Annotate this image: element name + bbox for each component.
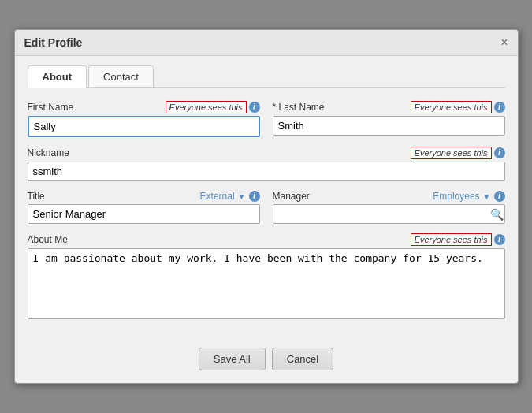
title-input[interactable]: [28, 204, 260, 224]
tabs: About Contact: [28, 65, 505, 88]
last-name-everyone-text: Everyone sees this: [411, 101, 492, 113]
manager-search-button[interactable]: 🔍: [490, 208, 504, 221]
title-group: Title External ▼ i: [28, 191, 260, 224]
last-name-info-icon[interactable]: i: [494, 102, 505, 113]
dialog-title: Edit Profile: [24, 36, 83, 49]
first-name-label: First Name: [28, 102, 74, 113]
last-name-header: * Last Name Everyone sees this i: [273, 101, 505, 113]
nickname-everyone-text: Everyone sees this: [411, 147, 492, 159]
title-header: Title External ▼ i: [28, 191, 260, 202]
last-name-label: * Last Name: [273, 102, 325, 113]
dialog-footer: Save All Cancel: [15, 341, 518, 383]
nickname-header: Nickname Everyone sees this i: [28, 147, 505, 159]
nickname-info-icon[interactable]: i: [494, 147, 505, 158]
tab-about[interactable]: About: [28, 65, 87, 88]
about-me-info-icon[interactable]: i: [494, 234, 505, 245]
manager-input[interactable]: [273, 204, 505, 224]
name-row: First Name Everyone sees this i * Last N…: [28, 101, 505, 137]
title-info-icon[interactable]: i: [249, 191, 260, 202]
manager-input-wrap: 🔍: [273, 204, 505, 224]
last-name-everyone-badge: Everyone sees this i: [411, 101, 505, 113]
nickname-input[interactable]: [28, 162, 505, 181]
manager-label: Manager: [273, 191, 310, 202]
tab-contact[interactable]: Contact: [88, 65, 154, 88]
dialog-body: About Contact First Name Everyone sees t…: [15, 56, 518, 341]
manager-dropdown-arrow[interactable]: ▼: [483, 192, 491, 201]
nickname-everyone-badge: Everyone sees this i: [411, 147, 505, 159]
about-me-textarea[interactable]: I am passionate about my work. I have be…: [28, 248, 505, 319]
about-me-label: About Me: [28, 234, 68, 245]
save-all-button[interactable]: Save All: [199, 348, 266, 370]
first-name-header: First Name Everyone sees this i: [28, 101, 260, 113]
first-name-group: First Name Everyone sees this i: [28, 101, 260, 137]
title-label: Title: [28, 191, 45, 202]
edit-profile-dialog: Edit Profile × About Contact First Name …: [14, 29, 519, 384]
last-name-input[interactable]: [273, 116, 505, 136]
manager-group: Manager Employees ▼ i 🔍: [273, 191, 505, 224]
about-me-everyone-text: Everyone sees this: [411, 233, 492, 246]
about-me-header: About Me Everyone sees this i: [28, 233, 505, 246]
about-me-row: About Me Everyone sees this i I am passi…: [28, 233, 505, 319]
first-name-everyone-text: Everyone sees this: [166, 101, 247, 113]
close-button[interactable]: ×: [500, 36, 508, 49]
about-me-everyone-badge: Everyone sees this i: [411, 233, 505, 246]
nickname-row: Nickname Everyone sees this i: [28, 147, 505, 181]
manager-header: Manager Employees ▼ i: [273, 191, 505, 202]
about-me-group: About Me Everyone sees this i I am passi…: [28, 233, 505, 319]
dialog-header: Edit Profile ×: [15, 30, 518, 56]
nickname-group: Nickname Everyone sees this i: [28, 147, 505, 181]
title-dropdown-arrow[interactable]: ▼: [238, 192, 246, 201]
cancel-button[interactable]: Cancel: [272, 348, 333, 370]
first-name-everyone-badge: Everyone sees this i: [166, 101, 260, 113]
first-name-input[interactable]: [28, 116, 260, 137]
title-dropdown-group: External ▼ i: [200, 191, 260, 202]
nickname-label: Nickname: [28, 147, 69, 158]
first-name-info-icon[interactable]: i: [249, 102, 260, 113]
manager-info-icon[interactable]: i: [494, 191, 505, 202]
title-dropdown-label[interactable]: External: [200, 191, 235, 202]
last-name-group: * Last Name Everyone sees this i: [273, 101, 505, 137]
manager-dropdown-label[interactable]: Employees: [433, 191, 479, 202]
title-manager-row: Title External ▼ i Manager Employees ▼ i: [28, 191, 505, 224]
manager-dropdown-group: Employees ▼ i: [433, 191, 504, 202]
